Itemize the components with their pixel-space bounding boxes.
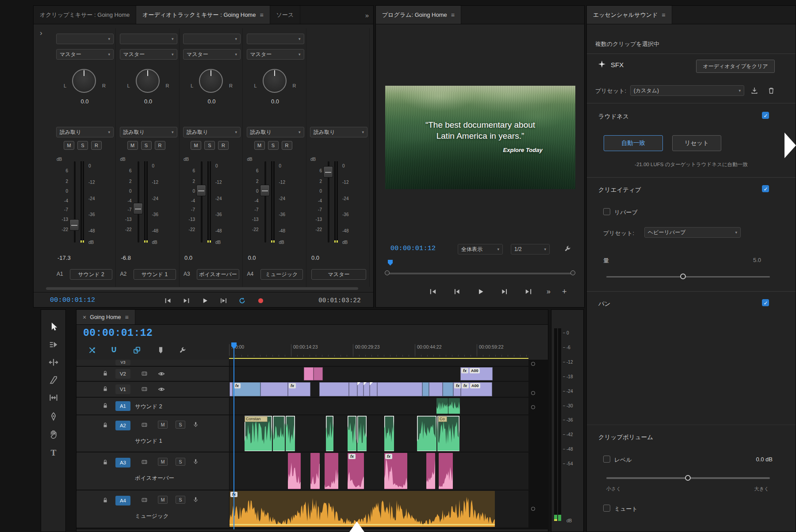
fader-track[interactable] [264, 161, 266, 243]
strip-track-name[interactable]: サウンド 1 [134, 269, 176, 280]
output-routing-select[interactable]: マスター▾ [183, 49, 241, 60]
linked-selection-icon[interactable] [133, 346, 142, 355]
program-scrubber-playhead[interactable] [388, 260, 393, 266]
master-track-label[interactable]: マスター [311, 269, 366, 280]
tab-program[interactable]: プログラム: Going Home≡ [376, 6, 461, 24]
sync-lock-icon[interactable] [141, 370, 148, 377]
record-button[interactable] [256, 296, 265, 305]
mute-checkbox[interactable] [603, 505, 610, 512]
slip-tool[interactable] [49, 393, 59, 403]
track-lane-A4[interactable]: fx [229, 490, 528, 528]
track-lane-A1[interactable] [229, 398, 528, 414]
timeline-clip[interactable]: fx [233, 382, 260, 396]
timeline-clip[interactable] [310, 453, 320, 489]
zoom-bar-right-handle[interactable] [570, 270, 575, 275]
tab-sequence-going-home[interactable]: × Going Home ≡ [77, 310, 135, 324]
scrollbar-handle[interactable] [531, 507, 535, 511]
voiceover-record-icon[interactable] [192, 421, 199, 428]
sync-lock-icon[interactable] [141, 497, 148, 504]
tab-audio-clip-mixer[interactable]: オクリップミキサー : Going Home [34, 6, 136, 24]
sync-lock-icon[interactable] [141, 422, 148, 429]
ripple-edit-tool[interactable] [49, 357, 59, 368]
panel-menu-icon[interactable]: ≡ [662, 11, 665, 19]
timeline-clip[interactable]: fxA00 [460, 367, 493, 380]
timeline-clip[interactable] [349, 382, 357, 396]
timeline-clip[interactable] [357, 382, 364, 396]
sync-lock-icon[interactable] [141, 459, 148, 466]
timeline-clip[interactable] [288, 453, 301, 489]
track-mute-button[interactable]: M [158, 496, 168, 504]
creative-checkbox[interactable] [762, 185, 769, 192]
sync-lock-icon[interactable] [141, 386, 148, 393]
strip-track-name[interactable]: ボイスオーバー [197, 269, 239, 280]
scrollbar-handle[interactable] [531, 405, 535, 409]
save-preset-icon[interactable] [750, 87, 758, 95]
zoom-fit-select[interactable]: 全体表示▾ [458, 244, 503, 255]
timeline-clip[interactable]: fx [288, 382, 310, 396]
record-arm-button[interactable]: R [282, 141, 292, 150]
timeline-clip[interactable] [325, 453, 338, 489]
mixer-timecode[interactable]: 00:00:01:12 [50, 296, 95, 304]
automation-mode-select[interactable]: 読み取り▾ [247, 127, 304, 137]
panel-menu-icon[interactable]: ≡ [260, 11, 263, 19]
step-forward-button[interactable] [500, 287, 509, 296]
lock-icon[interactable] [102, 403, 109, 410]
slider-handle[interactable] [680, 274, 686, 279]
track-mute-button[interactable]: M [158, 458, 168, 466]
automation-mode-select[interactable]: 読み取り▾ [56, 127, 114, 137]
lock-icon[interactable] [102, 497, 109, 504]
timeline-clip[interactable]: fx [384, 453, 407, 489]
timeline-clip[interactable]: Co [437, 416, 459, 451]
selection-tool[interactable] [49, 322, 59, 332]
razor-tool[interactable] [49, 375, 59, 386]
voiceover-record-icon[interactable] [192, 496, 199, 503]
strip-track-name[interactable]: ミュージック [260, 269, 303, 280]
fader-handle[interactable] [323, 166, 333, 178]
loop-button[interactable] [237, 296, 247, 305]
lock-icon[interactable] [102, 386, 109, 393]
pan-checkbox[interactable] [762, 299, 769, 306]
hand-tool[interactable] [49, 429, 59, 440]
input-routing-select[interactable]: ▾ [120, 34, 177, 44]
timeline-clip[interactable] [443, 382, 453, 396]
fader-handle[interactable] [260, 185, 270, 196]
output-routing-select[interactable]: マスター▾ [120, 49, 177, 60]
record-arm-button[interactable]: R [91, 141, 102, 150]
timeline-clip[interactable] [377, 382, 422, 396]
solo-button[interactable]: S [204, 141, 215, 150]
timeline-clip[interactable] [439, 453, 453, 489]
panel-reveal-arrow-bottom[interactable] [349, 521, 364, 532]
transport-overflow-icon[interactable]: » [547, 288, 551, 296]
output-routing-select[interactable]: マスター▾ [56, 49, 114, 60]
mute-button[interactable]: M [254, 141, 265, 150]
pan-knob[interactable] [72, 69, 96, 93]
lock-icon[interactable] [102, 459, 109, 466]
slider-handle[interactable] [685, 475, 691, 481]
play-button[interactable] [200, 296, 210, 305]
automation-mode-select[interactable]: 読み取り▾ [183, 127, 241, 137]
timeline-clip[interactable] [319, 382, 349, 396]
fader-track[interactable] [138, 161, 139, 243]
timeline-clip[interactable]: fx [348, 453, 364, 489]
program-zoom-bar[interactable] [387, 273, 573, 274]
timeline-clip[interactable]: fxA00 [461, 382, 492, 396]
track-A3-target[interactable]: A3 [115, 458, 130, 467]
type-tool[interactable]: T [49, 448, 59, 458]
timeline-clip[interactable] [429, 382, 443, 396]
scrollbar-handle[interactable] [531, 391, 535, 395]
timeline-clip[interactable] [422, 382, 429, 396]
solo-button[interactable]: S [141, 141, 152, 150]
add-marker-icon[interactable] [157, 346, 165, 355]
tab-source[interactable]: ソース [270, 6, 301, 24]
slider-rail[interactable] [606, 276, 770, 277]
pan-knob[interactable] [263, 69, 287, 93]
voiceover-record-icon[interactable] [192, 458, 199, 465]
amount-slider[interactable] [606, 274, 770, 280]
tab-audio-track-mixer[interactable]: オーディオトラックミキサー : Going Home≡ [136, 6, 270, 24]
crossfade-transition[interactable]: Co [438, 416, 447, 422]
go-to-out-button[interactable] [181, 296, 191, 305]
track-solo-button[interactable]: S [176, 458, 185, 466]
pen-tool[interactable] [49, 412, 59, 422]
timeline-clip[interactable] [417, 416, 436, 451]
snap-icon[interactable] [110, 346, 119, 355]
